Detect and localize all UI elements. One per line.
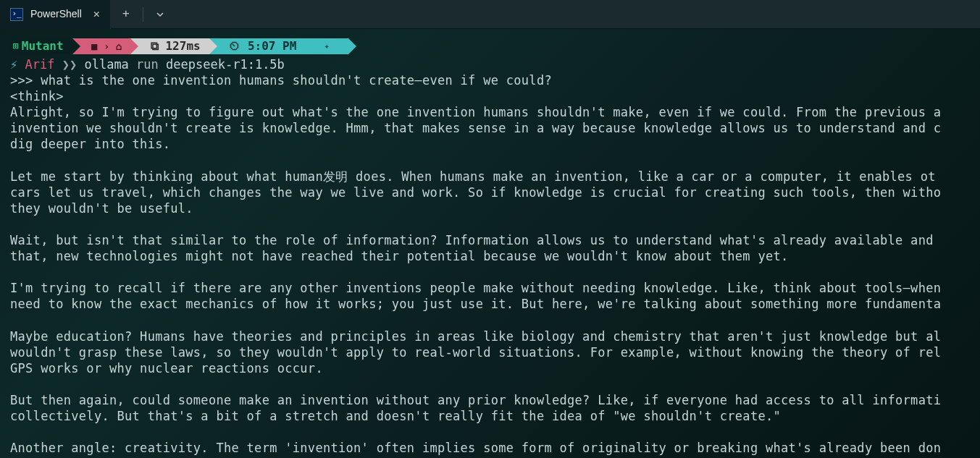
output-line: Another angle: creativity. The term 'inv… bbox=[10, 440, 970, 456]
output-line bbox=[10, 264, 970, 280]
home-icon: ⌂ bbox=[116, 40, 122, 53]
tab-powershell[interactable]: ›_ PowerShell ✕ bbox=[0, 0, 111, 29]
output-line: that, new technologies might not have re… bbox=[10, 248, 970, 264]
output-line: GPS works or why nuclear reactions occur… bbox=[10, 360, 970, 376]
tab-title: PowerShell bbox=[30, 7, 82, 20]
new-tab-button[interactable]: + bbox=[111, 0, 141, 29]
output-line: dig deeper into this. bbox=[10, 136, 970, 152]
output-line: invention we shouldn't create is knowled… bbox=[10, 120, 970, 136]
output-line: they wouldn't be useful. bbox=[10, 200, 970, 216]
close-icon[interactable]: ✕ bbox=[93, 7, 100, 22]
chevron-down-icon bbox=[156, 10, 164, 19]
command-executable: ollama bbox=[84, 56, 128, 72]
output-line: >>> what is the one invention humans sho… bbox=[10, 72, 970, 88]
tab-dropdown-button[interactable] bbox=[145, 0, 175, 29]
prompt-host-segment: ⊞Mutant bbox=[10, 38, 72, 54]
output-line: collectively. But that's a bit of a stre… bbox=[10, 408, 970, 424]
output-line: need to know the exact mechanics of how … bbox=[10, 296, 970, 312]
prompt-time: 5:07 PM bbox=[248, 39, 296, 54]
output-line: cars let us travel, which changes the wa… bbox=[10, 185, 970, 200]
output-line bbox=[10, 216, 970, 232]
output-line: I'm trying to recall if there are any ot… bbox=[10, 280, 970, 296]
lightning-icon: ⚡ bbox=[10, 56, 17, 72]
prompt-host: Mutant bbox=[22, 39, 64, 54]
output-line: <think> bbox=[10, 88, 970, 104]
prompt-user: Arif bbox=[25, 56, 55, 72]
output-line bbox=[10, 424, 970, 440]
divider bbox=[143, 7, 143, 22]
command-verb: run bbox=[136, 56, 159, 72]
output-line: Wait, but isn't that similar to the role… bbox=[10, 232, 970, 248]
output-line: But then again, could someone make an in… bbox=[10, 392, 970, 408]
command-line: ⚡ Arif ❯❯ ollama run deepseek-r1:1.5b bbox=[10, 56, 970, 72]
output-line: wouldn't grasp these laws, so they would… bbox=[10, 344, 970, 360]
terminal-area[interactable]: ⊞Mutant ■ › ⌂ ⧉ 127ms ⏲ 5:07 PM ✦ ⚡ Arif… bbox=[0, 29, 980, 456]
prompt-duration: 127ms bbox=[165, 39, 200, 54]
tab-bar: ›_ PowerShell ✕ + bbox=[0, 0, 980, 29]
command-model: deepseek-r1:1.5b bbox=[166, 56, 285, 72]
terminal-output: >>> what is the one invention humans sho… bbox=[10, 72, 970, 456]
prompt-arrows: ❯❯ bbox=[62, 56, 77, 72]
prompt-path-segment: ■ › ⌂ bbox=[72, 38, 131, 54]
prompt-time-segment: ⏲ 5:07 PM bbox=[209, 38, 306, 54]
output-line: Maybe education? Humans have theories an… bbox=[10, 328, 970, 344]
windows-icon: ⊞ bbox=[13, 41, 19, 53]
output-line bbox=[10, 153, 970, 169]
output-line bbox=[10, 313, 970, 328]
powershell-icon: ›_ bbox=[10, 8, 23, 21]
output-line bbox=[10, 376, 970, 392]
output-line: Alright, so I'm trying to figure out wha… bbox=[10, 104, 970, 120]
output-line: Let me start by thinking about what huma… bbox=[10, 169, 970, 185]
prompt-duration-segment: ⧉ 127ms bbox=[130, 38, 209, 54]
tab-actions: + bbox=[111, 0, 175, 29]
prompt-status-line: ⊞Mutant ■ › ⌂ ⧉ 127ms ⏲ 5:07 PM ✦ bbox=[10, 38, 970, 55]
